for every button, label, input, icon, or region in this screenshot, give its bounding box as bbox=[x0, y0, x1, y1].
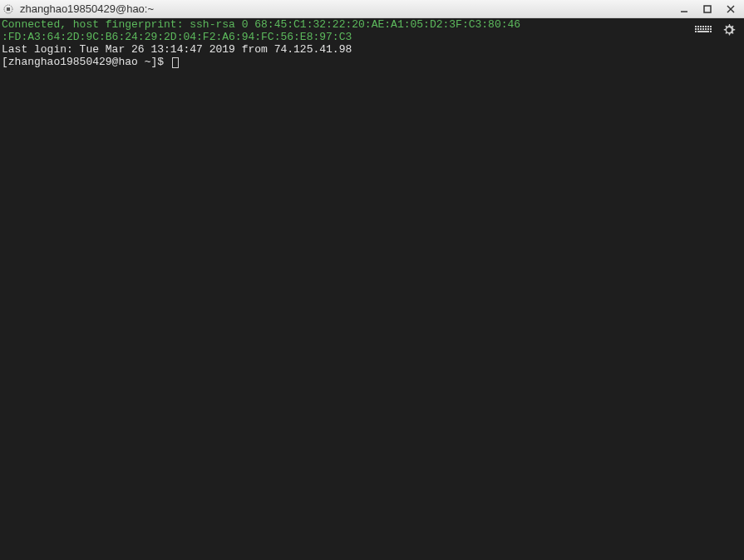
svg-rect-22 bbox=[710, 31, 712, 32]
gear-icon[interactable] bbox=[722, 23, 736, 37]
svg-rect-17 bbox=[705, 28, 707, 30]
svg-point-23 bbox=[727, 28, 731, 32]
window-controls bbox=[673, 1, 742, 17]
svg-rect-10 bbox=[705, 26, 707, 27]
svg-rect-7 bbox=[697, 26, 699, 27]
terminal-area[interactable]: Connected, host fingerprint: ssh-rsa 0 6… bbox=[0, 18, 744, 560]
svg-rect-15 bbox=[700, 28, 702, 30]
svg-rect-9 bbox=[702, 26, 704, 27]
terminal-window: zhanghao19850429@hao:~ bbox=[0, 0, 744, 560]
shell-prompt: [zhanghao19850429@hao ~]$ bbox=[2, 56, 170, 68]
titlebar: zhanghao19850429@hao:~ bbox=[0, 0, 744, 18]
svg-rect-20 bbox=[695, 31, 697, 32]
svg-rect-19 bbox=[710, 28, 712, 30]
last-login-line: Last login: Tue Mar 26 13:14:47 2019 fro… bbox=[2, 43, 352, 56]
svg-rect-14 bbox=[697, 28, 699, 30]
cursor bbox=[172, 57, 179, 68]
window-title: zhanghao19850429@hao:~ bbox=[20, 2, 673, 15]
keyboard-icon[interactable] bbox=[694, 24, 712, 36]
svg-rect-16 bbox=[702, 28, 704, 30]
minimize-button[interactable] bbox=[673, 1, 696, 17]
svg-rect-3 bbox=[704, 6, 711, 12]
fingerprint-line-1: Connected, host fingerprint: ssh-rsa 0 6… bbox=[2, 18, 520, 31]
svg-rect-11 bbox=[707, 26, 709, 27]
maximize-button[interactable] bbox=[696, 1, 719, 17]
svg-rect-1 bbox=[7, 7, 10, 11]
svg-rect-18 bbox=[707, 28, 709, 30]
svg-rect-8 bbox=[700, 26, 702, 27]
svg-rect-6 bbox=[695, 26, 697, 27]
terminal-toolbar bbox=[694, 23, 736, 37]
app-icon bbox=[2, 2, 15, 16]
svg-rect-21 bbox=[697, 31, 709, 32]
svg-rect-13 bbox=[695, 28, 697, 30]
svg-rect-12 bbox=[710, 26, 712, 27]
close-button[interactable] bbox=[719, 1, 742, 17]
terminal-content: Connected, host fingerprint: ssh-rsa 0 6… bbox=[0, 18, 744, 68]
fingerprint-line-2: :FD:A3:64:2D:9C:B6:24:29:2D:04:F2:A6:94:… bbox=[2, 31, 352, 43]
